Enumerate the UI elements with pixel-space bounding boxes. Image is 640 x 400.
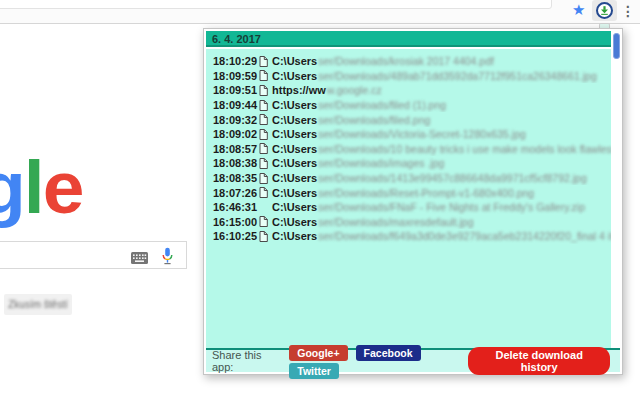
download-time: 16:15:00 bbox=[206, 216, 258, 228]
download-path-redacted: ser/Downloads/Reset-Prompt-v1-680x400.pn… bbox=[317, 187, 534, 199]
download-row: 18:08:57C:\Usersser/Downloads/10 beauty … bbox=[206, 142, 611, 157]
download-time: 18:09:32 bbox=[206, 114, 258, 126]
file-icon bbox=[258, 231, 272, 242]
share-button-facebook[interactable]: Facebook bbox=[356, 345, 421, 361]
download-time: 18:08:57 bbox=[206, 143, 258, 155]
download-time: 18:08:35 bbox=[206, 172, 258, 184]
download-path-redacted: w.google.cz bbox=[326, 84, 382, 96]
file-icon bbox=[258, 216, 272, 227]
download-row: 18:09:59C:\Usersser/Downloads/489ab71dd3… bbox=[206, 69, 611, 84]
file-icon bbox=[258, 70, 272, 81]
download-history-extension-button[interactable] bbox=[592, 0, 617, 21]
feeling-lucky-button[interactable]: Zkusím štěstí bbox=[4, 294, 72, 315]
download-row: 18:09:02C:\Usersser/Downloads/Victoria-S… bbox=[206, 127, 611, 142]
microphone-icon[interactable] bbox=[161, 247, 174, 269]
scrollbar-track[interactable] bbox=[613, 31, 620, 348]
screenshot-root: ★ ⋮ gle bbox=[0, 0, 640, 400]
download-path-redacted: ser/Downloads/489ab71dd3592da7712f951ca2… bbox=[317, 70, 597, 82]
download-time: 16:10:25 bbox=[206, 230, 258, 242]
download-row: 16:10:25C:\Usersser/Downloads/f649a3d0de… bbox=[206, 229, 611, 244]
file-icon bbox=[258, 85, 272, 96]
download-time: 18:09:59 bbox=[206, 70, 258, 82]
download-path-prefix: C:\Users bbox=[272, 70, 317, 82]
browser-toolbar: ★ ⋮ bbox=[0, 0, 640, 24]
download-row: 18:08:35C:\Usersser/Downloads/1413e99457… bbox=[206, 171, 611, 186]
download-history-popup: 6. 4. 2017 18:10:29C:\Usersser/Downloads… bbox=[203, 28, 623, 375]
download-path-prefix: C:\Users bbox=[272, 187, 317, 199]
download-row: 16:15:00C:\Usersser/Downloads/maxresdefa… bbox=[206, 215, 611, 230]
share-label: Share this app: bbox=[212, 349, 279, 373]
google-search-box[interactable] bbox=[0, 241, 187, 269]
file-icon bbox=[258, 143, 272, 154]
search-input[interactable] bbox=[0, 245, 99, 267]
share-button-twitter[interactable]: Twitter bbox=[289, 363, 339, 379]
download-time: 16:46:31 bbox=[206, 201, 258, 213]
download-row: 18:10:29C:\Usersser/Downloads/krosiak 20… bbox=[206, 54, 611, 69]
bookmark-star-icon[interactable]: ★ bbox=[572, 0, 585, 20]
file-icon bbox=[258, 187, 272, 198]
file-icon bbox=[258, 129, 272, 140]
address-bar[interactable] bbox=[0, 0, 552, 9]
download-path-prefix: C:\Users bbox=[272, 172, 317, 184]
file-icon bbox=[258, 158, 272, 169]
share-buttons: Google+FacebookTwitter bbox=[289, 343, 468, 379]
download-row: 18:09:44C:\Usersser/Downloads/filed (1).… bbox=[206, 98, 611, 113]
popup-footer: Share this app: Google+FacebookTwitter D… bbox=[206, 350, 620, 372]
download-path-prefix: C:\Users bbox=[272, 143, 317, 155]
download-path-prefix: C:\Users bbox=[272, 230, 317, 242]
file-icon bbox=[258, 114, 272, 125]
google-logo-partial: gle bbox=[0, 150, 82, 225]
logo-letter: e bbox=[43, 145, 83, 229]
download-path-redacted: ser/Downloads/10 beauty tricks i use mak… bbox=[317, 143, 611, 155]
download-time: 18:09:44 bbox=[206, 99, 258, 111]
download-path-prefix: C:\Users bbox=[272, 157, 317, 169]
download-path-redacted: ser/Downloads/maxresdefault.jpg bbox=[317, 216, 473, 228]
download-time: 18:10:29 bbox=[206, 55, 258, 67]
scrollbar-thumb[interactable] bbox=[613, 33, 620, 59]
download-path-prefix: C:\Users bbox=[272, 114, 317, 126]
download-row: 18:09:51https://www.google.cz bbox=[206, 83, 611, 98]
feeling-lucky-label: Zkusím štěstí bbox=[8, 299, 67, 310]
logo-letter: g bbox=[0, 145, 24, 229]
download-path-prefix: C:\Users bbox=[272, 99, 317, 111]
download-row: 18:08:38C:\Usersser/Downloads/images .jp… bbox=[206, 156, 611, 171]
delete-download-history-button[interactable]: Delete download history bbox=[468, 347, 610, 375]
download-row: 16:46:31C:\Usersser/Downloads/FNaF - Fiv… bbox=[206, 200, 611, 215]
download-path-redacted: ser/Downloads/filed.png bbox=[317, 114, 430, 126]
logo-letter: l bbox=[24, 145, 43, 229]
download-extension-icon bbox=[596, 2, 613, 19]
browser-menu-icon[interactable]: ⋮ bbox=[621, 2, 635, 20]
download-time: 18:09:02 bbox=[206, 128, 258, 140]
download-path-redacted: ser/Downloads/f649a3d0de3e9279aca5eb2314… bbox=[317, 230, 611, 242]
keyboard-icon[interactable] bbox=[131, 250, 148, 268]
download-row: 18:09:32C:\Usersser/Downloads/filed.png bbox=[206, 112, 611, 127]
download-path-prefix: C:\Users bbox=[272, 128, 317, 140]
share-button-google[interactable]: Google+ bbox=[289, 345, 347, 361]
download-path-prefix: https://ww bbox=[272, 84, 326, 96]
download-path-redacted: ser/Downloads/krosiak 2017 4404.pdf bbox=[317, 55, 494, 67]
download-path-prefix: C:\Users bbox=[272, 55, 317, 67]
download-row: 18:07:26C:\Usersser/Downloads/Reset-Prom… bbox=[206, 185, 611, 200]
download-time: 18:09:51 bbox=[206, 84, 258, 96]
download-path-redacted: ser/Downloads/1413e99457c886648da9971cf5… bbox=[317, 172, 587, 184]
download-time: 18:07:26 bbox=[206, 187, 258, 199]
file-icon bbox=[258, 173, 272, 184]
download-time: 18:08:38 bbox=[206, 157, 258, 169]
download-list: 18:10:29C:\Usersser/Downloads/krosiak 20… bbox=[206, 49, 611, 348]
download-path-redacted: ser/Downloads/Victoria-Secret-1280x635.j… bbox=[317, 128, 526, 140]
date-header: 6. 4. 2017 bbox=[206, 31, 611, 47]
file-icon bbox=[258, 56, 272, 67]
download-path-redacted: ser/Downloads/filed (1).png bbox=[317, 99, 446, 111]
download-path-redacted: ser/Downloads/images .jpg bbox=[317, 157, 444, 169]
download-path-prefix: C:\Users bbox=[272, 201, 317, 213]
file-icon bbox=[258, 100, 272, 111]
download-path-redacted: ser/Downloads/FNaF - Five Nights at Fred… bbox=[317, 201, 585, 213]
download-path-prefix: C:\Users bbox=[272, 216, 317, 228]
